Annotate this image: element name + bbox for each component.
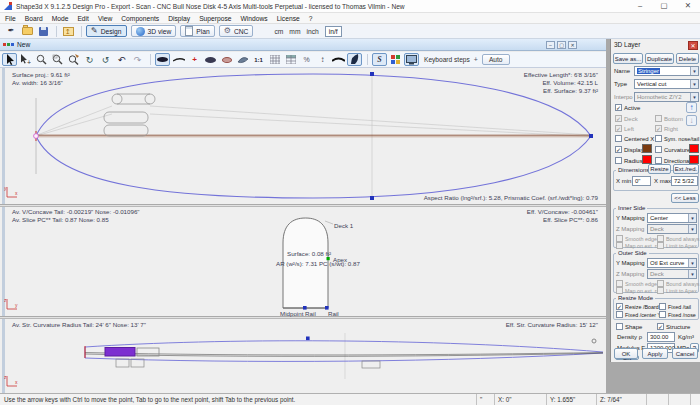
save-as-button[interactable]: Save as... [613,53,643,64]
tail-control-point[interactable] [34,134,39,139]
zoom-icon[interactable] [34,53,49,66]
grid-icon[interactable] [267,53,282,66]
ok-button[interactable]: OK [614,348,638,359]
doc-minimize-button[interactable]: – [546,41,555,49]
centered-x-checkbox[interactable]: Centered X [615,135,654,142]
keyboard-steps-stepper[interactable]: + [474,56,478,63]
menu-license[interactable]: License [277,15,300,22]
nose-rocker-point[interactable] [592,339,596,343]
shape-checkbox[interactable]: Shape [616,323,642,330]
save-icon[interactable] [36,25,50,37]
display-color-swatch[interactable] [642,144,652,153]
cancel-button[interactable]: Cancel [672,348,698,359]
apex-curve-icon[interactable] [331,53,346,66]
rotate-ccw-icon[interactable]: ↺ [98,53,113,66]
widepoint-top-control-point[interactable] [370,72,374,76]
undo-icon[interactable]: ↶ [114,53,129,66]
radius-checkbox[interactable]: Radius [615,157,643,164]
design-mode-button[interactable]: ✎ Design [86,25,127,37]
menu-components[interactable]: Components [121,15,159,22]
panel-close-button[interactable]: ✕ [688,41,698,50]
menu-help[interactable]: ? [309,15,313,22]
curvature-color-swatch[interactable] [689,144,699,153]
menu-windows[interactable]: Windows [241,15,268,22]
maximize-button[interactable]: ▢ [652,0,676,13]
menu-edit[interactable]: Edit [77,15,89,22]
curvature-icon[interactable]: S [372,53,387,66]
outline-view-icon[interactable] [155,53,170,66]
move-layer-up-button[interactable]: ↑ [686,102,697,113]
less-button[interactable]: << Less [671,193,699,203]
zoom-pencil-icon[interactable] [66,53,81,66]
zoom-window-icon[interactable] [50,53,65,66]
menu-board[interactable]: Board [25,15,43,22]
directional-color-swatch[interactable] [689,155,699,164]
redo-icon[interactable]: ↷ [130,53,145,66]
outer-y-mapping-combobox[interactable]: Otl Ext curve▼ [647,258,697,268]
structure-checkbox[interactable]: ✓Structure [657,323,690,330]
table-icon[interactable] [283,53,298,66]
menu-file[interactable]: File [5,15,16,22]
design-canvas[interactable]: Surface proj.: 9.61 ft² Av. width: 16 3/… [0,68,606,393]
inner-y-mapping-combobox[interactable]: Center▼ [647,213,697,223]
unit-mm[interactable]: mm [289,28,300,35]
unit-in-f-selected[interactable]: in/f [325,26,342,37]
chevron-down-icon[interactable]: ▼ [690,67,698,75]
resize-board-checkbox[interactable]: ✓Resize /Board [616,303,659,310]
fixed-nose-checkbox[interactable]: Fixed /nose [659,311,696,318]
delete-button[interactable]: Delete [676,53,699,64]
active-checkbox[interactable]: ✓Active [615,104,640,111]
chevron-down-icon[interactable]: ▼ [688,214,696,222]
widepoint-bottom-control-point[interactable] [370,196,374,200]
plan-button[interactable]: Plan [180,25,214,37]
3d-view-button[interactable]: 3D view [131,25,177,37]
curvature-checkbox[interactable]: Curvature [655,146,690,153]
thickness-view-icon[interactable]: + [187,53,202,66]
menu-superpose[interactable]: Superpose [199,15,231,22]
x-max-field[interactable]: 72 5/32 [671,176,698,186]
color-layers-icon[interactable] [388,53,403,66]
x-min-field[interactable]: 0" [632,176,651,186]
density-field[interactable]: 300.00 [647,332,675,342]
auto-steps-button[interactable]: Auto [482,54,510,65]
type-combobox[interactable]: Vertical cut▼ [634,79,699,89]
rotate-cw-icon[interactable]: ↻ [82,53,97,66]
name-combobox[interactable]: Stringer▼ [634,66,699,76]
apply-button[interactable]: Apply [642,348,668,359]
minimize-button[interactable]: – [628,0,652,13]
nose-control-point[interactable] [589,134,593,138]
stringer-box-2[interactable] [137,348,159,356]
select-cursor-icon[interactable] [2,53,17,66]
monitor-icon[interactable] [404,53,419,66]
fixed-tail-checkbox[interactable]: Fixed /tail [659,303,691,310]
unit-cm[interactable]: cm [274,28,283,35]
cnc-button[interactable]: ⚙ CNC [219,25,254,37]
close-button[interactable]: ✕ [676,0,700,13]
add-point-cursor-icon[interactable]: + [18,53,33,66]
doc-restore-button[interactable]: ▢ [557,41,566,49]
menu-view[interactable]: View [98,15,112,22]
resize-button[interactable]: Resize [648,164,671,174]
slice-view-icon[interactable] [219,53,234,66]
export-icon[interactable]: ↥ [61,25,75,37]
stringer-finbox-selected[interactable] [105,348,135,357]
duplicate-button[interactable]: Duplicate [645,53,674,64]
board-3d-icon[interactable] [235,53,250,66]
deck-view-icon[interactable] [203,53,218,66]
fixed-center-y-checkbox[interactable]: Fixed /center Y [616,311,661,318]
move-layer-down-button[interactable]: ↓ [686,115,697,126]
scale-1-1-icon[interactable]: 1:1 [251,53,266,66]
measure-icon[interactable]: % [299,53,314,66]
ext-red-button[interactable]: Ext./red. [673,164,699,174]
deck-control-point[interactable] [306,337,310,341]
radius-color-swatch[interactable] [642,155,652,164]
sym-nose-tail-checkbox[interactable]: Sym. nose/tail [655,135,699,142]
menu-display[interactable]: Display [168,15,190,22]
display-checkbox[interactable]: ✓Display [615,146,644,153]
chevron-down-icon[interactable]: ▼ [688,259,696,267]
center-line-icon[interactable]: ↕ [315,53,330,66]
open-folder-icon[interactable] [20,25,34,37]
rocker-view-icon[interactable] [171,53,186,66]
resize-grip[interactable] [690,394,700,405]
center-finbox[interactable] [362,361,380,368]
